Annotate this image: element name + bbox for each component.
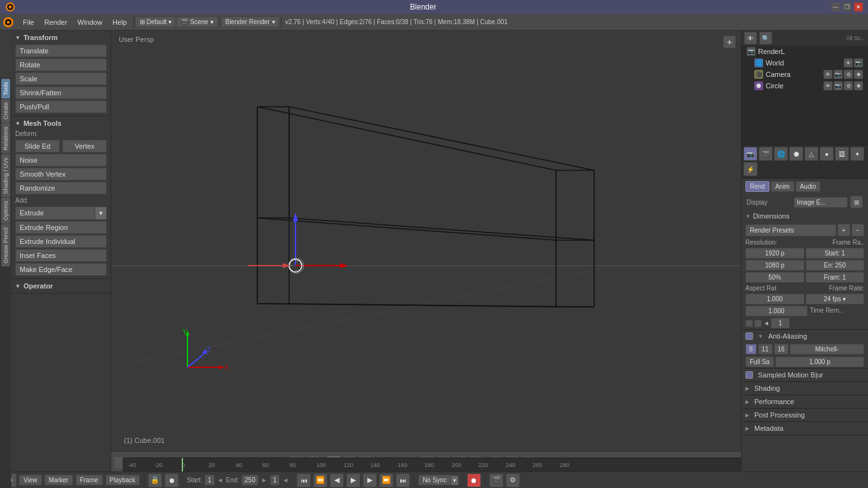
current-frame-field[interactable]: 1	[270, 475, 280, 485]
time-stretch-checkbox2[interactable]	[754, 320, 762, 327]
aa-btn-11[interactable]: 11	[758, 344, 773, 355]
translate-button[interactable]: Translate	[15, 44, 107, 57]
mesh-tools-header[interactable]: ▼ Mesh Tools	[11, 118, 111, 129]
outliner-circle-extra[interactable]: ⚙	[844, 81, 853, 90]
vtab-relations[interactable]: Relations	[1, 123, 10, 154]
extrude-dropdown-arrow[interactable]: ▾	[95, 207, 107, 220]
time-rem-field[interactable]: 1	[771, 318, 790, 329]
viewport-add-button[interactable]: +	[723, 36, 736, 48]
sync-mode-main[interactable]: No Sync	[418, 475, 451, 485]
noise-button[interactable]: Noise	[15, 154, 107, 166]
record-icon[interactable]: ⏺	[165, 473, 179, 487]
metadata-header[interactable]: ▶ Metadata	[742, 422, 868, 435]
full-sample-btn[interactable]: Full Sa	[745, 356, 774, 367]
jump-start-btn[interactable]: ⏮	[297, 473, 311, 487]
outliner-camera-eye[interactable]: 👁	[824, 70, 832, 79]
prop-tab-physics[interactable]: ⚡	[743, 162, 757, 176]
outliner-camera-extra2[interactable]: ✱	[854, 70, 863, 79]
aa-btn-8[interactable]: 8	[745, 344, 757, 355]
operator-header[interactable]: ▼ Operator	[11, 280, 111, 292]
prop-tab-particles[interactable]: ✦	[850, 147, 864, 161]
vtab-tools[interactable]: Tools	[1, 79, 10, 98]
outliner-item-renderl[interactable]: 📷 RenderL	[742, 46, 868, 57]
frame-end-field[interactable]: En: 250	[806, 260, 865, 271]
aa-checkbox[interactable]	[745, 332, 753, 340]
inset-faces-button[interactable]: Inset Faces	[15, 249, 107, 262]
performance-header[interactable]: ▶ Performance	[742, 395, 868, 408]
extrude-individual-button[interactable]: Extrude Individual	[15, 235, 107, 248]
vtab-shading[interactable]: Shading / UVs	[1, 154, 10, 198]
outliner-search-btn[interactable]: 🔍	[759, 32, 772, 44]
render-presets-dropdown[interactable]: Render Presets	[745, 224, 836, 236]
aa-filter-dropdown[interactable]: Mitchell-	[790, 344, 864, 355]
prop-tab-material[interactable]: ●	[820, 147, 834, 161]
prop-tab-texture[interactable]: 🖼	[835, 147, 849, 161]
frame-current-field[interactable]: Fram: 1	[806, 272, 865, 283]
aspect-y-field[interactable]: 1.000	[745, 306, 808, 316]
sampled-motion-checkbox[interactable]	[745, 371, 753, 379]
outliner-world-render[interactable]: 📷	[854, 58, 863, 67]
render-tab-render[interactable]: Rend	[745, 181, 770, 192]
minimize-button[interactable]: —	[831, 3, 840, 11]
slide-edge-button[interactable]: Slide Ed	[15, 140, 60, 152]
smooth-vertex-button[interactable]: Smooth Vertex	[15, 168, 107, 180]
jump-end-btn[interactable]: ⏭	[396, 473, 410, 487]
viewport[interactable]: User Persp	[111, 30, 741, 473]
frame-start-field[interactable]: Start: 1	[806, 248, 865, 259]
engine-dropdown[interactable]: Blender Render ▾	[221, 17, 280, 27]
sync-mode-arrow[interactable]: ▾	[451, 475, 459, 485]
menu-help[interactable]: Help	[107, 17, 132, 27]
res-x-field[interactable]: 1920 p	[745, 248, 804, 259]
render-presets-add[interactable]: +	[837, 224, 850, 236]
record-btn[interactable]: ⏺	[467, 473, 481, 487]
play-btn[interactable]: ▶	[346, 473, 360, 487]
vtab-options[interactable]: Options	[1, 198, 10, 224]
res-y-field[interactable]: 1080 p	[745, 260, 804, 271]
randomize-button[interactable]: Randomize	[15, 182, 107, 194]
full-sample-value[interactable]: 1.000 p	[775, 356, 864, 367]
outliner-item-circle[interactable]: ⬟ Circle 👁 📷 ⚙ ✱	[742, 80, 868, 92]
vtab-grease-pencil[interactable]: Grease Pencil	[1, 224, 10, 267]
make-edge-face-button[interactable]: Make Edge/Face	[15, 263, 107, 276]
display-dropdown[interactable]: Image E...	[794, 197, 848, 208]
shading-header[interactable]: ▶ Shading	[742, 382, 868, 395]
anti-aliasing-header[interactable]: ▼ Anti-Aliasing	[742, 330, 868, 342]
outliner-view-btn[interactable]: 👁	[744, 32, 757, 44]
start-frame-field[interactable]: 1	[205, 475, 215, 485]
prop-tab-mesh[interactable]: △	[804, 147, 818, 161]
vtab-create[interactable]: Create	[1, 99, 10, 123]
prev-keyframe-btn[interactable]: ◀	[330, 473, 344, 487]
menu-window[interactable]: Window	[72, 17, 107, 27]
scale-button[interactable]: Scale	[15, 72, 107, 85]
render-extra-btn[interactable]: ⚙	[506, 473, 520, 487]
render-tab-audio[interactable]: Audio	[796, 181, 821, 192]
push-pull-button[interactable]: Push/Pull	[15, 100, 107, 113]
aa-btn-16[interactable]: 16	[774, 344, 789, 355]
sampled-motion-header[interactable]: Sampled Motion B|ur	[742, 369, 868, 381]
prop-tab-scene[interactable]: 🎬	[759, 147, 773, 161]
timeline-playback-btn[interactable]: Playback	[105, 475, 140, 485]
transform-header[interactable]: ▼ Transform	[11, 32, 111, 43]
fps-dropdown[interactable]: 24 fps ▾	[806, 294, 865, 304]
extrude-dropdown-main[interactable]: Extrude	[15, 207, 95, 220]
timeline-view-btn[interactable]: View	[19, 475, 42, 485]
end-frame-field[interactable]: 250	[241, 475, 259, 485]
close-button[interactable]: ✕	[854, 3, 863, 11]
outliner-item-camera[interactable]: 🎥 Camera 👁 📷 ⚙ ✱	[742, 69, 868, 80]
maximize-button[interactable]: ❐	[843, 3, 851, 11]
menu-file[interactable]: File	[18, 17, 39, 27]
outliner-circle-render[interactable]: 📷	[834, 81, 843, 90]
workspace-dropdown[interactable]: ⊞ Default ▾	[135, 17, 177, 27]
outliner-circle-extra2[interactable]: ✱	[854, 81, 863, 90]
render-tab-anim[interactable]: Anim	[771, 181, 794, 192]
rotate-button[interactable]: Rotate	[15, 58, 107, 71]
dimensions-header[interactable]: ▼ Dimensions	[742, 210, 868, 222]
outliner-world-eye[interactable]: 👁	[844, 58, 853, 67]
menu-render[interactable]: Render	[39, 17, 72, 27]
extrude-region-button[interactable]: Extrude Region	[15, 221, 107, 234]
res-percent-field[interactable]: 50%	[745, 272, 804, 283]
shrink-fatten-button[interactable]: Shrink/Fatten	[15, 86, 107, 99]
aspect-x-field[interactable]: 1.000	[745, 294, 804, 304]
render-animation-btn[interactable]: 🎬	[489, 473, 503, 487]
time-stretch-checkbox[interactable]	[745, 320, 753, 327]
